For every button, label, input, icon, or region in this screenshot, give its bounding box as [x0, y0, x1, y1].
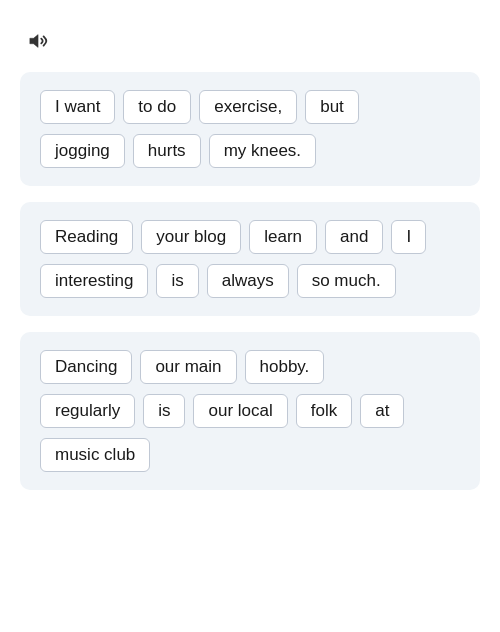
word-chip[interactable]: hobby.: [245, 350, 325, 384]
word-chip[interactable]: to do: [123, 90, 191, 124]
word-chip[interactable]: always: [207, 264, 289, 298]
word-chip[interactable]: exercise,: [199, 90, 297, 124]
word-chip[interactable]: is: [143, 394, 185, 428]
words-row-1-1: I wantto doexercise,but: [40, 90, 460, 124]
sentence-group-2: Readingyour bloglearnandIinterestingisal…: [20, 202, 480, 316]
sentence-group-3: Dancingour mainhobby.regularlyisour loca…: [20, 332, 480, 490]
words-row-1-2: jogginghurtsmy knees.: [40, 134, 460, 168]
word-chip[interactable]: so much.: [297, 264, 396, 298]
word-chip[interactable]: learn: [249, 220, 317, 254]
word-chip[interactable]: and: [325, 220, 383, 254]
word-chip[interactable]: my knees.: [209, 134, 316, 168]
word-chip[interactable]: interesting: [40, 264, 148, 298]
word-chip[interactable]: I: [391, 220, 426, 254]
word-chip[interactable]: our main: [140, 350, 236, 384]
word-chip[interactable]: regularly: [40, 394, 135, 428]
word-chip[interactable]: your blog: [141, 220, 241, 254]
word-chip[interactable]: music club: [40, 438, 150, 472]
words-row-3-1: Dancingour mainhobby.: [40, 350, 460, 384]
word-chip[interactable]: is: [156, 264, 198, 298]
instruction-heading: [20, 30, 480, 52]
svg-marker-0: [30, 35, 38, 48]
word-chip[interactable]: Dancing: [40, 350, 132, 384]
sentence-groups: I wantto doexercise,butjogginghurtsmy kn…: [20, 72, 480, 490]
word-chip[interactable]: our local: [193, 394, 287, 428]
word-chip[interactable]: at: [360, 394, 404, 428]
speaker-icon[interactable]: [28, 30, 50, 52]
word-chip[interactable]: I want: [40, 90, 115, 124]
word-chip[interactable]: hurts: [133, 134, 201, 168]
sentence-group-1: I wantto doexercise,butjogginghurtsmy kn…: [20, 72, 480, 186]
word-chip[interactable]: jogging: [40, 134, 125, 168]
words-row-3-2: regularlyisour localfolkat: [40, 394, 460, 428]
words-row-2-2: interestingisalwaysso much.: [40, 264, 460, 298]
words-row-3-3: music club: [40, 438, 460, 472]
word-chip[interactable]: Reading: [40, 220, 133, 254]
word-chip[interactable]: but: [305, 90, 359, 124]
words-row-2-1: Readingyour bloglearnandI: [40, 220, 460, 254]
word-chip[interactable]: folk: [296, 394, 352, 428]
